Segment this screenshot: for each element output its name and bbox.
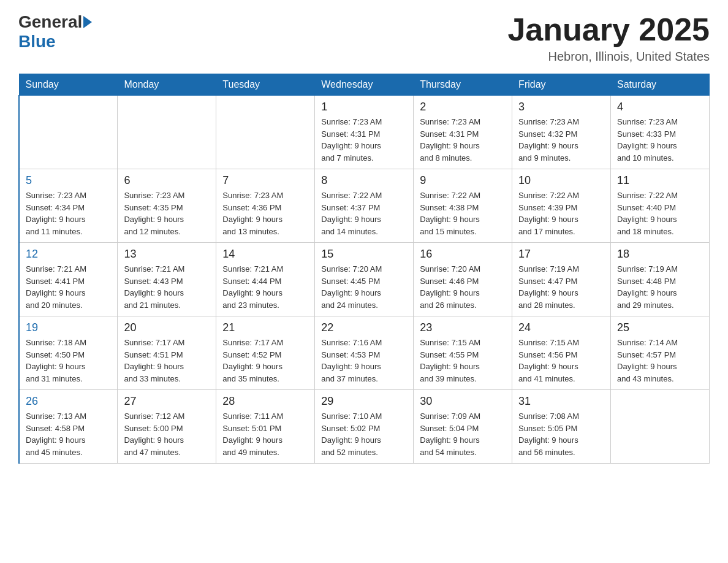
day-info: Sunrise: 7:09 AM Sunset: 5:04 PM Dayligh… xyxy=(420,410,506,458)
week-row-1: 1Sunrise: 7:23 AM Sunset: 4:31 PM Daylig… xyxy=(19,96,710,169)
calendar-cell: 22Sunrise: 7:16 AM Sunset: 4:53 PM Dayli… xyxy=(315,316,414,390)
day-info: Sunrise: 7:10 AM Sunset: 5:02 PM Dayligh… xyxy=(321,410,407,458)
day-info: Sunrise: 7:15 AM Sunset: 4:55 PM Dayligh… xyxy=(420,337,506,385)
day-info: Sunrise: 7:23 AM Sunset: 4:33 PM Dayligh… xyxy=(617,116,703,164)
calendar-cell: 18Sunrise: 7:19 AM Sunset: 4:48 PM Dayli… xyxy=(611,243,710,316)
calendar-cell: 29Sunrise: 7:10 AM Sunset: 5:02 PM Dayli… xyxy=(315,390,414,464)
day-number: 10 xyxy=(518,174,604,187)
day-number: 9 xyxy=(420,174,506,187)
logo-arrow-icon xyxy=(83,16,92,28)
day-number: 19 xyxy=(26,321,111,334)
calendar-cell xyxy=(611,390,710,464)
week-row-2: 5Sunrise: 7:23 AM Sunset: 4:34 PM Daylig… xyxy=(19,169,710,243)
calendar-cell: 26Sunrise: 7:13 AM Sunset: 4:58 PM Dayli… xyxy=(19,390,118,464)
location: Hebron, Illinois, United States xyxy=(507,50,710,64)
calendar-cell: 27Sunrise: 7:12 AM Sunset: 5:00 PM Dayli… xyxy=(118,390,216,464)
day-number: 8 xyxy=(321,174,407,187)
day-info: Sunrise: 7:21 AM Sunset: 4:41 PM Dayligh… xyxy=(26,263,111,311)
day-info: Sunrise: 7:22 AM Sunset: 4:37 PM Dayligh… xyxy=(321,190,407,237)
day-number: 7 xyxy=(222,174,308,187)
week-row-3: 12Sunrise: 7:21 AM Sunset: 4:41 PM Dayli… xyxy=(19,243,710,316)
calendar-cell: 3Sunrise: 7:23 AM Sunset: 4:32 PM Daylig… xyxy=(512,96,611,169)
calendar-cell: 20Sunrise: 7:17 AM Sunset: 4:51 PM Dayli… xyxy=(118,316,216,390)
calendar-cell: 21Sunrise: 7:17 AM Sunset: 4:52 PM Dayli… xyxy=(216,316,315,390)
day-number: 2 xyxy=(420,101,506,113)
calendar-cell: 8Sunrise: 7:22 AM Sunset: 4:37 PM Daylig… xyxy=(315,169,414,243)
day-info: Sunrise: 7:08 AM Sunset: 5:05 PM Dayligh… xyxy=(518,410,604,458)
day-info: Sunrise: 7:17 AM Sunset: 4:52 PM Dayligh… xyxy=(222,337,308,385)
day-number: 13 xyxy=(124,248,210,261)
col-header-tuesday: Tuesday xyxy=(216,74,315,96)
day-info: Sunrise: 7:23 AM Sunset: 4:35 PM Dayligh… xyxy=(124,190,210,237)
calendar-cell: 1Sunrise: 7:23 AM Sunset: 4:31 PM Daylig… xyxy=(315,96,414,169)
day-number: 14 xyxy=(222,248,308,261)
calendar-cell: 7Sunrise: 7:23 AM Sunset: 4:36 PM Daylig… xyxy=(216,169,315,243)
calendar-cell: 15Sunrise: 7:20 AM Sunset: 4:45 PM Dayli… xyxy=(315,243,414,316)
day-number: 26 xyxy=(26,395,111,408)
day-number: 25 xyxy=(617,321,703,334)
week-row-4: 19Sunrise: 7:18 AM Sunset: 4:50 PM Dayli… xyxy=(19,316,710,390)
logo: General Blue xyxy=(18,12,92,52)
day-number: 21 xyxy=(222,321,308,334)
col-header-thursday: Thursday xyxy=(414,74,512,96)
day-info: Sunrise: 7:19 AM Sunset: 4:48 PM Dayligh… xyxy=(617,263,703,311)
day-number: 20 xyxy=(124,321,210,334)
day-info: Sunrise: 7:18 AM Sunset: 4:50 PM Dayligh… xyxy=(26,337,111,385)
day-info: Sunrise: 7:21 AM Sunset: 4:44 PM Dayligh… xyxy=(222,263,308,311)
day-number: 29 xyxy=(321,395,407,408)
calendar-cell: 10Sunrise: 7:22 AM Sunset: 4:39 PM Dayli… xyxy=(512,169,611,243)
day-info: Sunrise: 7:20 AM Sunset: 4:45 PM Dayligh… xyxy=(321,263,407,311)
day-info: Sunrise: 7:14 AM Sunset: 4:57 PM Dayligh… xyxy=(617,337,703,385)
calendar-cell xyxy=(118,96,216,169)
calendar-cell: 5Sunrise: 7:23 AM Sunset: 4:34 PM Daylig… xyxy=(19,169,118,243)
calendar-cell xyxy=(19,96,118,169)
day-info: Sunrise: 7:17 AM Sunset: 4:51 PM Dayligh… xyxy=(124,337,210,385)
day-number: 22 xyxy=(321,321,407,334)
col-header-friday: Friday xyxy=(512,74,611,96)
calendar-cell: 6Sunrise: 7:23 AM Sunset: 4:35 PM Daylig… xyxy=(118,169,216,243)
calendar-cell: 12Sunrise: 7:21 AM Sunset: 4:41 PM Dayli… xyxy=(19,243,118,316)
day-number: 28 xyxy=(222,395,308,408)
day-info: Sunrise: 7:13 AM Sunset: 4:58 PM Dayligh… xyxy=(26,410,111,458)
calendar-cell: 2Sunrise: 7:23 AM Sunset: 4:31 PM Daylig… xyxy=(414,96,512,169)
day-number: 12 xyxy=(26,248,111,261)
day-info: Sunrise: 7:23 AM Sunset: 4:31 PM Dayligh… xyxy=(321,116,407,164)
day-info: Sunrise: 7:22 AM Sunset: 4:39 PM Dayligh… xyxy=(518,190,604,237)
calendar-cell: 11Sunrise: 7:22 AM Sunset: 4:40 PM Dayli… xyxy=(611,169,710,243)
day-number: 31 xyxy=(518,395,604,408)
calendar-cell: 4Sunrise: 7:23 AM Sunset: 4:33 PM Daylig… xyxy=(611,96,710,169)
day-info: Sunrise: 7:19 AM Sunset: 4:47 PM Dayligh… xyxy=(518,263,604,311)
day-info: Sunrise: 7:20 AM Sunset: 4:46 PM Dayligh… xyxy=(420,263,506,311)
day-number: 15 xyxy=(321,248,407,261)
day-number: 24 xyxy=(518,321,604,334)
col-header-sunday: Sunday xyxy=(19,74,118,96)
day-info: Sunrise: 7:12 AM Sunset: 5:00 PM Dayligh… xyxy=(124,410,210,458)
day-info: Sunrise: 7:22 AM Sunset: 4:38 PM Dayligh… xyxy=(420,190,506,237)
day-number: 4 xyxy=(617,101,703,113)
calendar-header-row: SundayMondayTuesdayWednesdayThursdayFrid… xyxy=(19,74,710,96)
page-header: General Blue January 2025 Hebron, Illino… xyxy=(18,12,710,64)
day-info: Sunrise: 7:16 AM Sunset: 4:53 PM Dayligh… xyxy=(321,337,407,385)
day-number: 16 xyxy=(420,248,506,261)
col-header-saturday: Saturday xyxy=(611,74,710,96)
day-number: 1 xyxy=(321,101,407,113)
day-info: Sunrise: 7:23 AM Sunset: 4:34 PM Dayligh… xyxy=(26,190,111,237)
day-number: 18 xyxy=(617,248,703,261)
month-title: January 2025 xyxy=(507,12,710,47)
day-number: 30 xyxy=(420,395,506,408)
calendar-table: SundayMondayTuesdayWednesdayThursdayFrid… xyxy=(18,74,710,464)
logo-blue-text: Blue xyxy=(18,32,56,52)
calendar-cell: 19Sunrise: 7:18 AM Sunset: 4:50 PM Dayli… xyxy=(19,316,118,390)
calendar-cell: 25Sunrise: 7:14 AM Sunset: 4:57 PM Dayli… xyxy=(611,316,710,390)
day-info: Sunrise: 7:23 AM Sunset: 4:32 PM Dayligh… xyxy=(518,116,604,164)
calendar-cell: 28Sunrise: 7:11 AM Sunset: 5:01 PM Dayli… xyxy=(216,390,315,464)
day-number: 23 xyxy=(420,321,506,334)
col-header-wednesday: Wednesday xyxy=(315,74,414,96)
day-info: Sunrise: 7:15 AM Sunset: 4:56 PM Dayligh… xyxy=(518,337,604,385)
day-info: Sunrise: 7:22 AM Sunset: 4:40 PM Dayligh… xyxy=(617,190,703,237)
calendar-cell xyxy=(216,96,315,169)
day-number: 27 xyxy=(124,395,210,408)
week-row-5: 26Sunrise: 7:13 AM Sunset: 4:58 PM Dayli… xyxy=(19,390,710,464)
day-number: 17 xyxy=(518,248,604,261)
calendar-cell: 23Sunrise: 7:15 AM Sunset: 4:55 PM Dayli… xyxy=(414,316,512,390)
